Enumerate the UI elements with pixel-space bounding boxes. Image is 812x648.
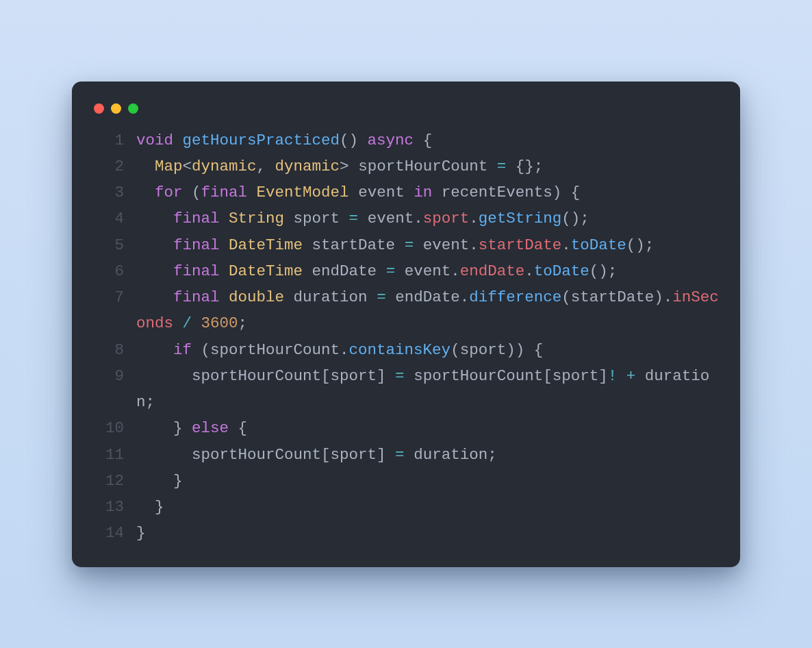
token: + xyxy=(626,367,636,385)
code-line: 14} xyxy=(92,520,720,546)
token: toDate xyxy=(534,262,589,280)
token: for xyxy=(155,184,183,201)
token: double xyxy=(229,288,284,306)
token: event xyxy=(368,210,414,227)
close-icon[interactable] xyxy=(94,103,104,114)
token xyxy=(635,367,645,385)
token: event xyxy=(423,236,470,254)
token xyxy=(386,367,396,385)
window-controls xyxy=(92,98,720,127)
line-source: if (sportHourCount.containsKey(sport)) { xyxy=(136,337,720,363)
line-source: } xyxy=(136,494,720,520)
token xyxy=(386,288,396,306)
token: } xyxy=(136,472,183,490)
token xyxy=(358,210,368,227)
token: () xyxy=(340,132,358,149)
code-line: 12 } xyxy=(92,468,720,494)
token: , xyxy=(257,158,275,175)
line-number: 9 xyxy=(92,363,136,389)
token: endDate xyxy=(312,262,377,280)
token: dynamic xyxy=(275,158,340,175)
token: sport xyxy=(331,367,377,385)
code-line: 8 if (sportHourCount.containsKey(sport))… xyxy=(92,337,720,363)
line-source: Map<dynamic, dynamic> sportHourCount = {… xyxy=(136,153,720,179)
line-source: final double duration = endDate.differen… xyxy=(136,284,720,337)
token: ; xyxy=(238,314,248,332)
token: toDate xyxy=(571,236,626,254)
token: [ xyxy=(321,446,331,464)
token xyxy=(247,184,257,201)
code-line: 11 sportHourCount[sport] = duration; xyxy=(92,442,720,468)
token: final xyxy=(201,184,248,201)
line-number: 5 xyxy=(92,232,136,258)
code-line: 10 } else { xyxy=(92,415,720,441)
token xyxy=(136,367,192,385)
token: (); xyxy=(561,210,589,227)
token: . xyxy=(469,210,479,227)
line-number: 11 xyxy=(92,442,136,468)
token: [ xyxy=(543,367,553,385)
line-number: 8 xyxy=(92,337,136,363)
zoom-icon[interactable] xyxy=(128,103,138,114)
token: async xyxy=(368,132,414,149)
token xyxy=(377,262,386,280)
code-card: 1void getHoursPracticed() async {2 Map<d… xyxy=(72,82,740,567)
token: containsKey xyxy=(349,341,451,359)
token: . xyxy=(451,262,460,280)
code-line: 2 Map<dynamic, dynamic> sportHourCount =… xyxy=(92,153,720,179)
token: = xyxy=(395,446,405,464)
token: ). xyxy=(654,288,672,306)
token xyxy=(395,236,405,254)
token: if xyxy=(173,341,192,359)
line-source: sportHourCount[sport] = duration; xyxy=(136,442,720,468)
token: startDate xyxy=(571,288,655,306)
token: duration xyxy=(414,446,487,464)
code-line: 6 final DateTime endDate = event.endDate… xyxy=(92,258,720,284)
token: (); xyxy=(589,262,618,280)
token: final xyxy=(173,262,220,280)
token: { xyxy=(423,132,433,149)
token: sportHourCount xyxy=(210,341,340,359)
token xyxy=(220,236,229,254)
line-number: 3 xyxy=(92,179,136,205)
token: = xyxy=(395,367,405,385)
token: ] xyxy=(377,367,386,385)
token: = xyxy=(497,158,507,175)
line-number: 7 xyxy=(92,284,136,310)
line-source: sportHourCount[sport] = sportHourCount[s… xyxy=(136,363,720,416)
minimize-icon[interactable] xyxy=(111,103,121,114)
token: in xyxy=(414,184,432,201)
line-source: void getHoursPracticed() async { xyxy=(136,127,720,153)
token xyxy=(136,158,155,175)
token xyxy=(303,262,312,280)
token: startDate xyxy=(479,236,562,254)
token xyxy=(284,210,294,227)
token: ) { xyxy=(553,184,581,201)
line-number: 4 xyxy=(92,205,136,232)
token: getHoursPracticed xyxy=(183,132,340,149)
code-line: 5 final DateTime startDate = event.start… xyxy=(92,232,720,258)
token: void xyxy=(136,132,173,149)
token: sport xyxy=(460,341,507,359)
token: DateTime xyxy=(229,262,303,280)
token xyxy=(358,132,368,149)
token xyxy=(284,288,294,306)
token: dynamic xyxy=(192,158,257,175)
token: = xyxy=(405,236,414,254)
line-source: final DateTime endDate = event.endDate.t… xyxy=(136,258,720,284)
token xyxy=(136,341,173,359)
token xyxy=(395,262,405,280)
token xyxy=(405,184,414,201)
token: )) { xyxy=(506,341,543,359)
token: } xyxy=(136,498,164,516)
token: > xyxy=(340,158,349,175)
line-source: } xyxy=(136,468,720,494)
token xyxy=(506,158,516,175)
token: {}; xyxy=(516,158,544,175)
token xyxy=(349,158,359,175)
token: = xyxy=(386,262,396,280)
token: ; xyxy=(146,393,155,411)
code-line: 3 for (final EventModel event in recentE… xyxy=(92,179,720,205)
token xyxy=(349,184,359,201)
code-line: 13 } xyxy=(92,494,720,520)
